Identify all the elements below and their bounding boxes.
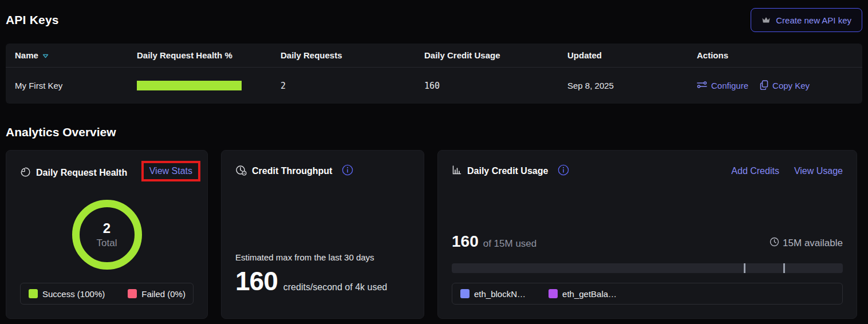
legend-item-eth-getbalance: eth_getBala… — [549, 289, 617, 299]
highlight-box: View Stats — [141, 161, 200, 181]
gauge-icon — [235, 165, 247, 178]
eth-blocknumber-swatch — [460, 289, 469, 298]
success-label: Success (100%) — [42, 289, 105, 299]
copy-key-link[interactable]: Copy Key — [760, 80, 810, 92]
copy-icon — [760, 80, 768, 92]
copy-key-label: Copy Key — [772, 81, 810, 90]
configure-label: Configure — [711, 81, 748, 90]
throughput-value-row: 160 credits/second of 4k used — [235, 266, 410, 297]
throughput-value: 160 — [235, 266, 278, 297]
page-title: API Keys — [6, 13, 59, 27]
view-stats-link[interactable]: View Stats — [149, 166, 192, 176]
crown-icon — [762, 16, 771, 24]
daily-credit-usage-title: Daily Credit Usage — [467, 166, 548, 176]
credits-available: 15M available — [770, 237, 843, 250]
credits-used-suffix: of 15M used — [483, 238, 537, 250]
table-header-row: Name Daily Request Health % Daily Reques… — [6, 44, 862, 68]
health-legend: Success (100%) Failed (0%) — [20, 283, 194, 305]
actions-cell: Configure Copy Key — [688, 80, 862, 92]
analytics-cards: Daily Request Health View Stats 2 Total … — [6, 150, 862, 319]
daily-request-health-header: Daily Request Health View Stats — [20, 164, 194, 181]
sliders-icon — [697, 81, 707, 90]
view-usage-link[interactable]: View Usage — [794, 166, 843, 176]
health-bar-cell — [128, 81, 271, 90]
column-header-daily-credit-usage: Daily Credit Usage — [415, 50, 558, 60]
dashboard-page: API Keys Create new API key Name Daily R… — [0, 7, 868, 319]
configure-link[interactable]: Configure — [697, 81, 748, 90]
eth-getbalance-label: eth_getBala… — [562, 289, 617, 299]
credit-throughput-title: Credit Throughput — [252, 166, 332, 176]
health-donut-chart: 2 Total — [20, 200, 194, 270]
daily-requests-value: 2 — [271, 81, 415, 91]
column-header-daily-requests: Daily Requests — [271, 50, 415, 60]
api-key-name: My First Key — [6, 81, 128, 90]
success-swatch — [29, 289, 38, 298]
throughput-subtitle: Estimated max from the last 30 days — [235, 252, 410, 262]
column-header-actions: Actions — [688, 50, 862, 60]
legend-item-failed: Failed (0%) — [128, 289, 186, 299]
api-keys-table: Name Daily Request Health % Daily Reques… — [6, 44, 862, 104]
usage-legend: eth_blockN… eth_getBala… — [452, 283, 843, 305]
column-header-updated: Updated — [558, 50, 688, 60]
daily-request-health-title: Daily Request Health — [36, 168, 127, 178]
info-icon[interactable] — [558, 164, 569, 178]
donut-total-label: Total — [97, 238, 117, 249]
progress-tick — [744, 263, 745, 273]
credits-available-label: 15M available — [783, 238, 843, 249]
credit-usage-progress-bar — [452, 263, 843, 273]
bar-chart-icon — [452, 165, 462, 177]
legend-item-eth-blocknumber: eth_blockN… — [460, 289, 526, 299]
throughput-unit: credits/second of 4k used — [283, 282, 387, 293]
daily-request-health-card: Daily Request Health View Stats 2 Total … — [6, 150, 208, 319]
credit-throughput-header: Credit Throughput — [235, 164, 410, 178]
daily-credit-usage-card: Daily Credit Usage Add Credits View Usag… — [437, 150, 857, 319]
create-api-key-label: Create new API key — [776, 15, 851, 25]
updated-value: Sep 8, 2025 — [558, 81, 688, 90]
info-icon[interactable] — [342, 164, 353, 178]
pie-chart-icon — [20, 167, 31, 180]
donut-ring: 2 Total — [72, 200, 142, 270]
column-header-health: Daily Request Health % — [128, 50, 271, 60]
daily-credit-usage-header: Daily Credit Usage Add Credits View Usag… — [452, 164, 843, 178]
daily-credit-usage-value: 160 — [415, 81, 558, 91]
sort-descending-icon — [42, 50, 49, 60]
top-bar: API Keys Create new API key — [6, 7, 862, 33]
usage-card-links: Add Credits View Usage — [731, 166, 843, 176]
failed-swatch — [128, 289, 137, 298]
health-bar — [137, 81, 242, 90]
eth-getbalance-swatch — [549, 289, 558, 298]
eth-blocknumber-label: eth_blockN… — [474, 289, 526, 299]
create-api-key-button[interactable]: Create new API key — [751, 8, 862, 32]
failed-label: Failed (0%) — [141, 289, 186, 299]
progress-tick — [783, 263, 785, 273]
credits-used-value: 160 — [452, 232, 479, 251]
donut-total-value: 2 — [103, 220, 111, 236]
analytics-overview-heading: Analytics Overview — [6, 125, 862, 139]
table-row: My First Key 2 160 Sep 8, 2025 — [6, 68, 862, 104]
usage-summary-row: 160 of 15M used 15M available — [452, 232, 843, 251]
credit-throughput-card: Credit Throughput Estimated max from the… — [221, 150, 424, 319]
legend-item-success: Success (100%) — [29, 289, 105, 299]
clock-icon — [770, 237, 779, 250]
add-credits-link[interactable]: Add Credits — [731, 166, 779, 176]
column-header-name[interactable]: Name — [6, 50, 128, 60]
